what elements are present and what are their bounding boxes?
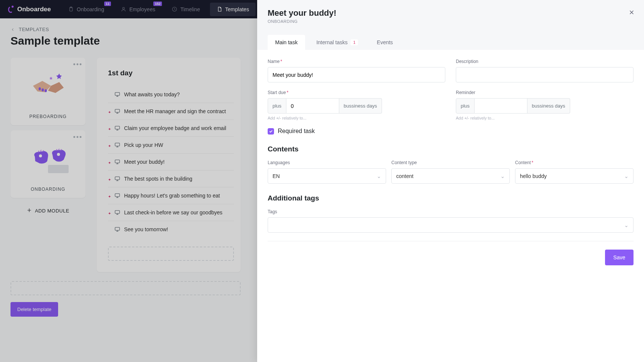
startdue-prefix[interactable]: plus [268,98,286,114]
reminder-suffix: bussiness days [527,98,570,114]
content-type-label: Content type [391,160,510,165]
task-row[interactable]: ✦The best spots in the building [108,171,234,187]
add-section-dropzone[interactable] [10,281,241,295]
logo-mark-icon [7,5,15,13]
drawer-header: Meet your buddy! ONBOARDING Main task In… [257,0,644,50]
chevron-down-icon: ⌄ [500,173,505,179]
monitor-icon [114,159,120,165]
reminder-prefix[interactable]: plus [456,98,475,114]
task-text: Happy hours! Let's grab something to eat [124,193,220,199]
svg-rect-14 [115,143,120,146]
module-card-preboarding[interactable]: ••• PREBOARDING [10,58,85,125]
document-icon [217,6,222,12]
content-type-select[interactable]: content ⌄ [391,168,510,184]
tab-internal-tasks[interactable]: Internal tasks1 [309,35,365,50]
monitor-icon [114,193,120,199]
nav-badge: 152 [153,1,162,6]
shoes-illustration [14,134,82,183]
checkbox-checked-icon[interactable] [268,128,274,135]
tags-heading: Additional tags [268,194,634,202]
svg-point-10 [57,153,60,156]
day-heading: 1st day [108,69,234,77]
languages-select[interactable]: EN ⌄ [268,168,386,184]
required-dot-icon: ✦ [108,178,111,180]
add-module-label: ADD MODULE [35,208,69,214]
svg-rect-16 [115,177,120,180]
breadcrumb-label: TEMPLATES [19,27,49,32]
monitor-icon [114,176,120,182]
monitor-icon [114,209,120,215]
startdue-input[interactable] [286,99,339,113]
svg-rect-17 [115,194,120,197]
nav-onboarding[interactable]: Onboarding 11 [61,3,111,16]
plus-icon [27,208,32,214]
svg-rect-19 [115,227,120,230]
task-text: Meet your buddy! [124,159,165,165]
clipboard-icon [68,6,74,12]
delete-template-button[interactable]: Delete template [10,302,58,317]
monitor-icon [114,226,120,232]
tab-badge: 1 [350,39,358,45]
brand-logo[interactable]: Onboardee [7,5,51,13]
task-row[interactable]: What awaits you today? [108,86,234,103]
add-module-button[interactable]: ADD MODULE [10,203,85,218]
required-dot-icon: ✦ [108,194,111,197]
save-button[interactable]: Save [605,250,634,265]
task-text: Meet the HR manager and sign the contrac… [124,108,226,114]
startdue-label: Start due* [268,90,445,95]
required-checkbox-row[interactable]: Required task [268,128,634,135]
module-card-onboarding[interactable]: ••• ONBOARDING [10,130,85,198]
tab-events[interactable]: Events [369,35,400,50]
task-text: What awaits you today? [124,91,180,97]
add-task-dropzone[interactable] [108,247,234,261]
name-input[interactable] [268,67,445,82]
brand-name: Onboardee [17,6,51,13]
svg-point-7 [45,89,47,92]
drawer-subtitle: ONBOARDING [268,19,634,24]
task-row[interactable]: ✦Last check-in before we say our goodbye… [108,204,234,221]
module-label: ONBOARDING [14,187,82,192]
task-row[interactable]: ✦Happy hours! Let's grab something to ea… [108,187,234,204]
breadcrumb[interactable]: TEMPLATES [10,27,241,32]
nav-badge: 11 [104,1,111,6]
svg-rect-8 [48,165,69,173]
monitor-icon [114,125,120,131]
drawer-title: Meet your buddy! [268,8,634,18]
svg-point-5 [39,87,41,90]
nav-employees[interactable]: Employees 152 [114,3,162,16]
task-row[interactable]: ✦Pick up your HW [108,137,234,154]
startdue-compound: plus bussiness days [268,98,445,114]
close-icon[interactable] [628,9,635,17]
description-input[interactable] [456,67,634,82]
nav-timeline[interactable]: Timeline [165,3,207,16]
tags-select[interactable]: ⌄ [268,217,634,233]
monitor-icon [114,142,120,148]
svg-point-3 [123,7,124,9]
module-label: PREBOARDING [14,114,82,119]
tags-label: Tags [268,209,634,214]
nav-label: Templates [225,6,249,12]
task-row[interactable]: ✦Claim your employee badge and work emai… [108,120,234,137]
languages-label: Languages [268,160,386,165]
monitor-icon [114,108,120,114]
task-row[interactable]: See you tomorrow! [108,221,234,238]
reminder-input[interactable] [475,99,527,113]
startdue-helper: Add +/- relatively to... [268,116,445,120]
task-row[interactable]: ✦Meet your buddy! [108,154,234,171]
startdue-suffix: bussiness days [339,98,382,114]
task-text: See you tomorrow! [124,226,168,232]
content-label: Content* [515,160,634,165]
divider [268,241,634,241]
tab-main-task[interactable]: Main task [268,35,305,50]
nav-label: Timeline [180,6,200,12]
person-icon [121,6,126,12]
page-title: Sample template [10,34,241,47]
chevron-down-icon: ⌄ [624,222,629,228]
task-row[interactable]: ✦Meet the HR manager and sign the contra… [108,103,234,120]
svg-point-6 [42,88,44,91]
handshake-illustration [14,61,82,110]
content-select[interactable]: hello buddy ⌄ [515,168,634,184]
nav-templates[interactable]: Templates [210,3,256,16]
required-dot-icon: ✦ [108,110,111,113]
task-drawer: Meet your buddy! ONBOARDING Main task In… [257,0,644,362]
